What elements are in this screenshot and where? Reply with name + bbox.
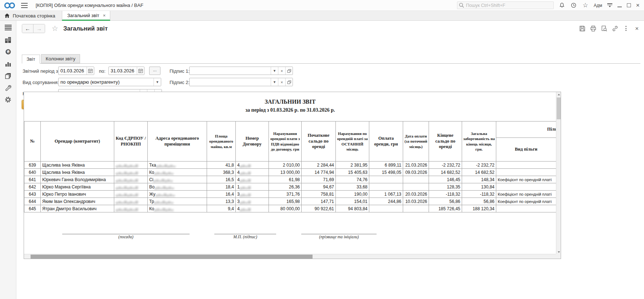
cell-contract-number[interactable]: 4▄▅▃▆ — [236, 162, 269, 169]
cell-edrpou[interactable]: ▄▅▃▆▄▅▃▆ — [114, 183, 148, 191]
cell-payment[interactable]: 6 899,11 — [369, 162, 403, 169]
scroll-up-arrow[interactable] — [556, 92, 561, 97]
cell-payment[interactable] — [369, 205, 403, 212]
signature1-input[interactable] — [190, 67, 271, 75]
sidebar-item-service-icon[interactable] — [4, 84, 12, 91]
cell-tenant[interactable]: Яким Іван Олександрович — [41, 198, 114, 205]
sidebar-item-organizations-icon[interactable] — [4, 36, 12, 43]
cell-address[interactable]: Тр▄▅▃▆▄▅▃ — [148, 198, 207, 205]
clear-field-icon[interactable]: × — [278, 67, 285, 75]
user-badge[interactable]: Адм — [594, 3, 602, 8]
cell-accrued-rent[interactable]: 2 010,00 — [269, 162, 302, 169]
tab-report-columns[interactable]: Колонки звіту — [41, 54, 80, 63]
cell-area[interactable]: 368,3 — [207, 169, 236, 176]
cell-address[interactable]: Ко▄▅▃▆▄▅▃ — [148, 169, 207, 176]
cell-edrpou[interactable]: ▄▅▃▆▄▅▃▆ — [114, 162, 148, 169]
column-header[interactable]: Площа орендованого майна, кв.м — [207, 121, 236, 162]
cell-payment[interactable]: 1 067,13 — [369, 191, 403, 198]
calendar-icon[interactable] — [137, 67, 144, 75]
open-object-icon[interactable] — [285, 78, 293, 86]
cell-closing-balance[interactable]: 185 726,45 — [429, 205, 462, 212]
cell-payment-date[interactable]: 20.03.2026 — [403, 191, 429, 198]
cell-total-debt[interactable]: -118,32 — [462, 191, 496, 198]
column-group-header-benefits[interactable]: Пільги — [496, 121, 557, 138]
cell-total-debt[interactable]: 56,86 — [462, 198, 496, 205]
cell-payment[interactable]: 244,86 — [369, 198, 403, 205]
signature2-input[interactable] — [190, 78, 271, 86]
cell-address[interactable]: Во▄▅▃▆▄▅▃ — [148, 183, 207, 191]
dropdown-chevron-icon[interactable]: ▾ — [271, 67, 278, 75]
cell-contract-number[interactable]: 1▄▅▃▆ — [236, 183, 269, 191]
cell-closing-balance[interactable]: 56,86 — [429, 198, 462, 205]
cell-edrpou[interactable]: ▄▅▃▆▄▅▃▆ — [114, 191, 148, 198]
add-to-favorites-star-icon[interactable]: ☆ — [52, 24, 58, 33]
cell-tenant[interactable]: Юрко Петро Іванович — [41, 191, 114, 198]
back-button[interactable]: ← — [22, 24, 33, 33]
cell-row-number[interactable]: 640 — [24, 169, 41, 176]
cell-payment-date[interactable] — [403, 176, 429, 183]
print-preview-icon[interactable] — [601, 25, 608, 32]
cell-area[interactable]: 16,4 — [207, 191, 236, 198]
sort-value-input[interactable] — [59, 78, 154, 86]
dropdown-chevron-icon[interactable]: ▾ — [271, 78, 278, 86]
column-header[interactable]: Початкове сальдо по оренді — [302, 121, 336, 162]
window-maximize-button[interactable] — [627, 3, 631, 7]
cell-accrued-last-month[interactable]: 154,01 — [336, 198, 369, 205]
cell-accrued-last-month[interactable]: 2 381,95 — [336, 162, 369, 169]
cell-benefit-type[interactable]: Коефіцієнт по орендній платі — [496, 198, 556, 205]
sidebar-item-payments-icon[interactable]: ₴ — [4, 48, 12, 55]
cell-accrued-last-month[interactable]: 74,76 — [336, 176, 369, 183]
cell-benefit-type[interactable]: Коефіцієнт по орендній платі — [496, 176, 556, 183]
cell-closing-balance[interactable]: 128,35 — [429, 183, 462, 191]
close-form-icon[interactable]: × — [633, 25, 640, 32]
cell-benefit-type[interactable] — [496, 162, 556, 169]
cell-accrued-last-month[interactable]: 94 803,84 — [336, 205, 369, 212]
search-input[interactable] — [457, 1, 554, 9]
cell-contract-number[interactable]: 3▄▅▃▆ — [236, 198, 269, 205]
cell-total-debt[interactable]: 130,84 — [462, 183, 496, 191]
cell-edrpou[interactable]: ▄▅▃▆▄▅▃▆ — [114, 205, 148, 212]
tab-home[interactable]: Початкова сторінка — [0, 11, 62, 20]
cell-opening-balance[interactable]: 90 922,61 — [302, 205, 336, 212]
cell-contract-number[interactable]: 3▄▅▃▆ — [236, 191, 269, 198]
cell-opening-balance[interactable]: 147,71 — [302, 198, 336, 205]
cell-tenant[interactable]: Ятран Дмитро Васильович — [41, 205, 114, 212]
tab-report[interactable]: Звіт — [22, 55, 40, 64]
cell-tenant[interactable]: Юркевич Ганна Володимирівна — [41, 176, 114, 183]
cell-closing-balance[interactable]: 146,45 — [429, 176, 462, 183]
cell-address[interactable]: Жу▄▅▃▆▄▅▃ — [148, 191, 207, 198]
column-header-benefit-type[interactable]: Вид пільги — [496, 138, 556, 162]
cell-row-number[interactable]: 642 — [24, 183, 41, 191]
column-header[interactable]: Адреса орендованого приміщення — [148, 121, 207, 162]
cell-payment-date[interactable]: 09.03.2026 — [403, 169, 429, 176]
cell-payment[interactable]: 15 498,05 — [369, 169, 403, 176]
notifications-bell-icon[interactable] — [559, 2, 565, 9]
cell-opening-balance[interactable]: 2 284,44 — [302, 162, 336, 169]
sidebar-item-settings-gear-icon[interactable] — [4, 96, 12, 103]
functions-menu-icon[interactable] — [607, 3, 612, 8]
sidebar-sections-menu-icon[interactable] — [4, 24, 12, 31]
cell-accrued-rent[interactable]: 26,36 — [269, 183, 302, 191]
column-header[interactable]: Загальна заборгованість на кінець місяця… — [462, 121, 496, 162]
cell-row-number[interactable]: 641 — [24, 176, 41, 183]
cell-address[interactable]: Ко▄▅▃▆▄▅▃ — [148, 205, 207, 212]
window-close-button[interactable]: × — [636, 2, 640, 8]
cell-contract-number[interactable]: 4▄▅▃▆ — [236, 169, 269, 176]
column-header[interactable]: Кінцеве сальдо по оренді — [429, 121, 462, 162]
column-header[interactable]: Номер Договору — [236, 121, 269, 162]
cell-area[interactable]: 13,3 — [207, 198, 236, 205]
cell-contract-number[interactable]: 4▄▅▃▆ — [236, 205, 269, 212]
cell-payment-date[interactable]: 10.03.2026 — [403, 198, 429, 205]
cell-row-number[interactable]: 645 — [24, 205, 41, 212]
clear-field-icon[interactable]: × — [278, 78, 285, 86]
cell-accrued-last-month[interactable]: 33,68 — [336, 183, 369, 191]
cell-opening-balance[interactable]: 71,69 — [302, 176, 336, 183]
cell-benefit-type[interactable] — [496, 169, 556, 176]
column-header[interactable]: Нарахування по орендній платі за ОСТАННІ… — [336, 121, 369, 162]
cell-opening-balance[interactable]: 14 774,94 — [302, 169, 336, 176]
calendar-icon[interactable] — [87, 67, 94, 75]
cell-edrpou[interactable]: ▄▅▃▆▄▅▃▆ — [114, 169, 148, 176]
print-icon[interactable] — [590, 25, 597, 32]
column-header[interactable]: № — [24, 121, 41, 162]
column-header[interactable]: Нарахування орендної плати з ПДВ відпові… — [269, 121, 302, 162]
